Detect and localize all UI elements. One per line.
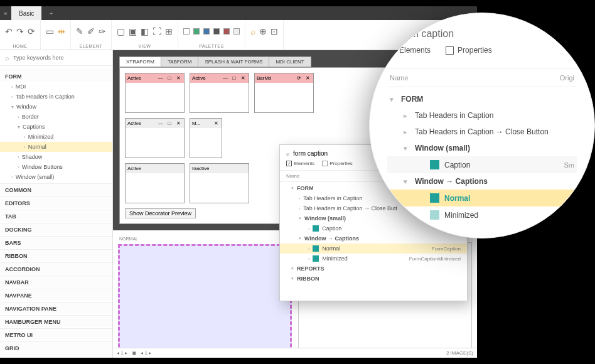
titlebar-add-tab[interactable]: + — [41, 6, 60, 20]
ribbon-group-palettes: PALETTES — [178, 20, 245, 50]
lens-tree-item[interactable]: CaptionSm — [387, 156, 577, 173]
hamburger-icon[interactable]: ≡ — [0, 10, 11, 17]
lens-tree-item[interactable]: ▾FORM — [387, 91, 577, 107]
target-icon[interactable]: ⊕ — [259, 26, 267, 36]
window-button[interactable]: — — [157, 75, 164, 81]
mini-form[interactable]: Active—□✕ — [190, 73, 249, 113]
sidebar-item[interactable]: ›Window (small) — [0, 172, 112, 182]
window-button[interactable]: ✕ — [239, 75, 247, 81]
sidebar: ⌕ FORM›MDI›Tab Headers in Caption▾Window… — [0, 50, 113, 358]
align-icon[interactable]: ⇹ — [58, 26, 65, 36]
mini-form[interactable]: Active—□✕ — [125, 73, 185, 113]
sidebar-item[interactable]: EDITORS — [0, 196, 112, 208]
sidebar-search[interactable]: ⌕ — [0, 50, 112, 66]
sidebar-item[interactable]: METRO UI — [0, 328, 112, 340]
sidebar-item[interactable]: RIBBON — [0, 249, 112, 261]
zoom-controls[interactable]: ◂ 1 ▸ ▣ ◂ 1 ▸ — [117, 350, 151, 356]
sidebar-item[interactable]: GRID — [0, 341, 112, 353]
mini-form[interactable]: Active — [125, 163, 185, 203]
popup-tree-item[interactable]: ›NormalFormCaption — [280, 244, 467, 254]
mini-form[interactable]: Active—□✕ — [125, 118, 185, 158]
sidebar-item[interactable]: HAMBURGER MENU — [0, 315, 112, 327]
search-input[interactable] — [13, 55, 107, 61]
image-tile[interactable]: NORMAL▦▦ — [118, 235, 292, 353]
view3-icon[interactable]: ◧ — [141, 26, 149, 36]
rect-icon[interactable]: ▭ — [46, 26, 54, 36]
pal-red[interactable] — [223, 28, 230, 35]
window-button[interactable]: — — [157, 120, 164, 126]
sidebar-item[interactable]: VERTICAL GRID — [0, 355, 112, 358]
popup-properties-checkbox[interactable]: Properties — [322, 161, 352, 166]
pal-light[interactable] — [233, 28, 240, 35]
lens-properties-checkbox[interactable]: Properties — [446, 46, 492, 55]
sidebar-item[interactable]: ›Tab Headers in Caption — [0, 92, 112, 102]
sidebar-item[interactable]: ACCORDION — [0, 262, 112, 274]
sidebar-item[interactable]: ›Border — [0, 112, 112, 122]
sidebar-item[interactable]: FORM — [0, 70, 112, 82]
sidebar-item[interactable]: ›Normal — [0, 142, 112, 152]
window-button[interactable]: ✕ — [174, 120, 182, 126]
mini-form[interactable]: BarMd⟳✕ — [254, 73, 314, 113]
view4-icon[interactable]: ⛶ — [153, 26, 161, 36]
show-decorator-button[interactable]: Show Decorator Preview — [125, 208, 196, 218]
view5-icon[interactable]: ⊞ — [165, 26, 173, 36]
sidebar-item[interactable]: ▾Window — [0, 102, 112, 112]
undo-icon[interactable]: ↶ — [5, 26, 13, 36]
lens-tree-item[interactable]: ▾Window → Captions — [387, 173, 577, 190]
window-button[interactable]: □ — [166, 120, 173, 126]
sidebar-item[interactable]: TAB — [0, 210, 112, 222]
lens-tree-item[interactable]: ▸Tab Headers in Caption — [387, 107, 577, 124]
search-icon: ⌕ — [5, 54, 9, 62]
window-button[interactable]: ⟳ — [295, 75, 303, 81]
zoom-icon[interactable]: ⌕ — [250, 26, 255, 36]
sidebar-item[interactable]: ▾Captions — [0, 122, 112, 132]
canvas-tab[interactable]: XTRAFORM — [119, 56, 161, 67]
pal-dark[interactable] — [213, 28, 220, 35]
popup-tree-item[interactable]: ›MinimizedFormCaptionMinimized — [280, 254, 467, 264]
ribbon-group-tools: ⌕ ⊕ ⊡ — [245, 20, 284, 50]
window-button[interactable]: ✕ — [174, 75, 182, 81]
pal-blue[interactable] — [203, 28, 210, 35]
search-icon: ⌕ — [286, 151, 289, 157]
sidebar-item[interactable]: ›Window Buttons — [0, 162, 112, 172]
refresh-icon[interactable]: ⟳ — [28, 26, 35, 36]
canvas-tab[interactable]: TABFORM — [161, 56, 199, 67]
lens-tree-item[interactable]: ▸Tab Headers in Caption → Close Button — [387, 124, 577, 140]
window-button[interactable]: □ — [230, 75, 238, 81]
sidebar-item[interactable]: NAVPANE — [0, 289, 112, 301]
window-button[interactable]: — — [222, 75, 229, 81]
pal-green[interactable] — [193, 28, 200, 35]
popup-elements-checkbox[interactable]: ✓Elements — [286, 161, 314, 166]
lens-col-name: Name — [390, 74, 560, 82]
sidebar-item[interactable]: DOCKING — [0, 223, 112, 235]
redo-icon[interactable]: ↷ — [16, 26, 24, 36]
view2-icon[interactable]: ▣ — [129, 26, 137, 36]
window-button[interactable]: ✕ — [212, 120, 220, 126]
lens-tree-item[interactable]: ▾Window (small) — [387, 140, 577, 156]
canvas-tab[interactable]: SPLASH & WAIT FORMS — [198, 56, 269, 67]
window-button[interactable]: ✕ — [304, 75, 311, 81]
mini-form[interactable]: Inactive — [190, 163, 249, 203]
brush2-icon[interactable]: ✐ — [87, 26, 95, 36]
sidebar-item[interactable]: ›MDI — [0, 82, 112, 92]
titlebar-tab-basic[interactable]: Basic — [11, 6, 41, 20]
window-button[interactable]: □ — [166, 75, 173, 81]
canvas-tab[interactable]: MDI CLIENT — [269, 56, 311, 67]
popup-search-input[interactable] — [293, 150, 373, 157]
popup-tree-item[interactable]: ▾Window → Captions — [280, 233, 467, 244]
sidebar-item[interactable]: COMMON — [0, 183, 112, 195]
view1-icon[interactable]: ▢ — [117, 26, 125, 36]
popup-tree-item[interactable]: ▾RIBBON — [280, 274, 467, 284]
brush3-icon[interactable]: ✑ — [99, 26, 106, 36]
mini-form[interactable]: M...✕ — [190, 118, 222, 158]
brush1-icon[interactable]: ✎ — [76, 26, 83, 36]
sidebar-item[interactable]: BARS — [0, 236, 112, 248]
sidebar-item[interactable]: ›Minimized — [0, 132, 112, 142]
popup-tree-item[interactable]: ▾REPORTS — [280, 264, 467, 274]
sidebar-item[interactable]: NAVBAR — [0, 276, 112, 287]
lens-tree-item[interactable]: Normal — [387, 190, 577, 206]
pal-white[interactable] — [183, 28, 190, 35]
sidebar-item[interactable]: NAVIGATION PANE — [0, 302, 112, 314]
sidebar-item[interactable]: ›Shadow — [0, 152, 112, 162]
nav-icon[interactable]: ⊡ — [271, 26, 278, 36]
